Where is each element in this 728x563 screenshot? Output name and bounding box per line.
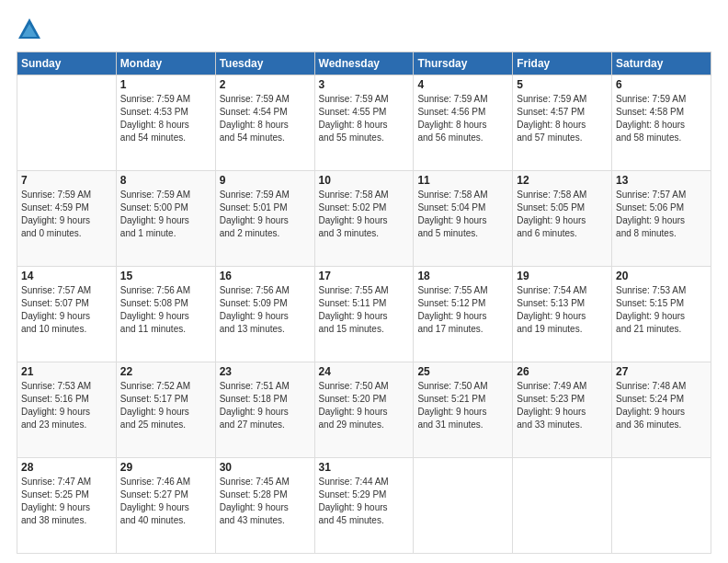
day-info: Sunrise: 7:55 AM Sunset: 5:11 PM Dayligh… (319, 284, 410, 336)
day-info: Sunrise: 7:59 AM Sunset: 4:59 PM Dayligh… (21, 189, 112, 240)
day-number: 19 (517, 270, 608, 282)
day-header-sunday: Sunday (17, 52, 117, 75)
day-number: 10 (319, 174, 410, 187)
day-info: Sunrise: 7:58 AM Sunset: 5:05 PM Dayligh… (517, 189, 608, 240)
day-number: 11 (417, 174, 508, 187)
day-number: 9 (220, 174, 311, 187)
calendar-week-2: 14Sunrise: 7:57 AM Sunset: 5:07 PM Dayli… (17, 267, 711, 362)
day-info: Sunrise: 7:47 AM Sunset: 5:25 PM Dayligh… (21, 476, 112, 527)
day-number: 12 (517, 174, 608, 187)
calendar-cell: 6Sunrise: 7:59 AM Sunset: 4:58 PM Daylig… (612, 75, 711, 171)
day-header-tuesday: Tuesday (215, 52, 314, 75)
calendar-cell: 15Sunrise: 7:56 AM Sunset: 5:08 PM Dayli… (116, 267, 215, 362)
day-number: 31 (319, 461, 410, 474)
day-header-thursday: Thursday (414, 52, 513, 75)
logo-icon (17, 17, 42, 42)
day-number: 8 (120, 174, 211, 187)
day-info: Sunrise: 7:49 AM Sunset: 5:23 PM Dayligh… (517, 380, 608, 431)
calendar-cell: 9Sunrise: 7:59 AM Sunset: 5:01 PM Daylig… (215, 171, 314, 267)
page: SundayMondayTuesdayWednesdayThursdayFrid… (0, 0, 728, 563)
day-info: Sunrise: 7:59 AM Sunset: 5:01 PM Dayligh… (220, 189, 311, 240)
day-info: Sunrise: 7:57 AM Sunset: 5:06 PM Dayligh… (616, 189, 707, 240)
day-number: 15 (120, 270, 211, 282)
day-info: Sunrise: 7:59 AM Sunset: 5:00 PM Dayligh… (120, 189, 211, 240)
day-number: 21 (21, 365, 112, 378)
calendar-cell: 20Sunrise: 7:53 AM Sunset: 5:15 PM Dayli… (612, 267, 711, 362)
calendar-cell (414, 458, 513, 554)
calendar-cell: 1Sunrise: 7:59 AM Sunset: 4:53 PM Daylig… (116, 75, 215, 171)
day-info: Sunrise: 7:59 AM Sunset: 4:55 PM Dayligh… (319, 93, 410, 144)
calendar-cell: 16Sunrise: 7:56 AM Sunset: 5:09 PM Dayli… (215, 267, 314, 362)
day-info: Sunrise: 7:44 AM Sunset: 5:29 PM Dayligh… (319, 476, 410, 527)
calendar-cell: 18Sunrise: 7:55 AM Sunset: 5:12 PM Dayli… (414, 267, 513, 362)
day-number: 2 (220, 78, 311, 91)
calendar-cell: 5Sunrise: 7:59 AM Sunset: 4:57 PM Daylig… (513, 75, 612, 171)
day-header-friday: Friday (513, 52, 612, 75)
day-number: 27 (616, 365, 707, 378)
calendar-cell: 21Sunrise: 7:53 AM Sunset: 5:16 PM Dayli… (17, 362, 117, 458)
calendar-body: 1Sunrise: 7:59 AM Sunset: 4:53 PM Daylig… (17, 75, 711, 554)
day-info: Sunrise: 7:53 AM Sunset: 5:15 PM Dayligh… (616, 284, 707, 336)
day-number: 30 (220, 461, 311, 474)
calendar-cell: 29Sunrise: 7:46 AM Sunset: 5:27 PM Dayli… (116, 458, 215, 554)
calendar-cell: 23Sunrise: 7:51 AM Sunset: 5:18 PM Dayli… (215, 362, 314, 458)
calendar-cell: 4Sunrise: 7:59 AM Sunset: 4:56 PM Daylig… (414, 75, 513, 171)
day-header-wednesday: Wednesday (314, 52, 414, 75)
calendar-cell: 12Sunrise: 7:58 AM Sunset: 5:05 PM Dayli… (513, 171, 612, 267)
calendar-cell (513, 458, 612, 554)
day-number: 7 (21, 174, 112, 187)
day-number: 25 (417, 365, 508, 378)
day-info: Sunrise: 7:59 AM Sunset: 4:56 PM Dayligh… (417, 93, 508, 144)
day-info: Sunrise: 7:50 AM Sunset: 5:21 PM Dayligh… (417, 380, 508, 431)
day-number: 13 (616, 174, 707, 187)
day-info: Sunrise: 7:56 AM Sunset: 5:09 PM Dayligh… (220, 284, 311, 336)
day-info: Sunrise: 7:55 AM Sunset: 5:12 PM Dayligh… (417, 284, 508, 336)
day-info: Sunrise: 7:52 AM Sunset: 5:17 PM Dayligh… (120, 380, 211, 431)
calendar-cell: 14Sunrise: 7:57 AM Sunset: 5:07 PM Dayli… (17, 267, 117, 362)
calendar-cell: 24Sunrise: 7:50 AM Sunset: 5:20 PM Dayli… (314, 362, 414, 458)
calendar-week-0: 1Sunrise: 7:59 AM Sunset: 4:53 PM Daylig… (17, 75, 711, 171)
calendar-week-1: 7Sunrise: 7:59 AM Sunset: 4:59 PM Daylig… (17, 171, 711, 267)
day-info: Sunrise: 7:56 AM Sunset: 5:08 PM Dayligh… (120, 284, 211, 336)
day-info: Sunrise: 7:57 AM Sunset: 5:07 PM Dayligh… (21, 284, 112, 336)
day-number: 22 (120, 365, 211, 378)
day-number: 23 (220, 365, 311, 378)
header-row: SundayMondayTuesdayWednesdayThursdayFrid… (17, 52, 711, 75)
calendar-cell: 3Sunrise: 7:59 AM Sunset: 4:55 PM Daylig… (314, 75, 414, 171)
calendar-cell: 30Sunrise: 7:45 AM Sunset: 5:28 PM Dayli… (215, 458, 314, 554)
calendar-week-4: 28Sunrise: 7:47 AM Sunset: 5:25 PM Dayli… (17, 458, 711, 554)
calendar-cell: 19Sunrise: 7:54 AM Sunset: 5:13 PM Dayli… (513, 267, 612, 362)
calendar-cell: 11Sunrise: 7:58 AM Sunset: 5:04 PM Dayli… (414, 171, 513, 267)
day-number: 6 (616, 78, 707, 91)
day-number: 20 (616, 270, 707, 282)
calendar-cell: 27Sunrise: 7:48 AM Sunset: 5:24 PM Dayli… (612, 362, 711, 458)
calendar-cell: 28Sunrise: 7:47 AM Sunset: 5:25 PM Dayli… (17, 458, 117, 554)
day-info: Sunrise: 7:54 AM Sunset: 5:13 PM Dayligh… (517, 284, 608, 336)
day-info: Sunrise: 7:59 AM Sunset: 4:54 PM Dayligh… (220, 93, 311, 144)
calendar-cell (612, 458, 711, 554)
day-info: Sunrise: 7:58 AM Sunset: 5:04 PM Dayligh… (417, 189, 508, 240)
day-number: 14 (21, 270, 112, 282)
calendar-cell: 17Sunrise: 7:55 AM Sunset: 5:11 PM Dayli… (314, 267, 414, 362)
day-info: Sunrise: 7:51 AM Sunset: 5:18 PM Dayligh… (220, 380, 311, 431)
calendar-week-3: 21Sunrise: 7:53 AM Sunset: 5:16 PM Dayli… (17, 362, 711, 458)
calendar-cell: 7Sunrise: 7:59 AM Sunset: 4:59 PM Daylig… (17, 171, 117, 267)
day-number: 1 (120, 78, 211, 91)
day-number: 5 (517, 78, 608, 91)
day-number: 29 (120, 461, 211, 474)
calendar-cell: 31Sunrise: 7:44 AM Sunset: 5:29 PM Dayli… (314, 458, 414, 554)
calendar-header: SundayMondayTuesdayWednesdayThursdayFrid… (17, 52, 711, 75)
day-number: 17 (319, 270, 410, 282)
calendar-cell: 8Sunrise: 7:59 AM Sunset: 5:00 PM Daylig… (116, 171, 215, 267)
day-info: Sunrise: 7:59 AM Sunset: 4:58 PM Dayligh… (616, 93, 707, 144)
calendar-cell: 2Sunrise: 7:59 AM Sunset: 4:54 PM Daylig… (215, 75, 314, 171)
day-number: 4 (417, 78, 508, 91)
calendar-cell: 13Sunrise: 7:57 AM Sunset: 5:06 PM Dayli… (612, 171, 711, 267)
calendar-cell: 22Sunrise: 7:52 AM Sunset: 5:17 PM Dayli… (116, 362, 215, 458)
day-header-monday: Monday (116, 52, 215, 75)
day-header-saturday: Saturday (612, 52, 711, 75)
calendar-table: SundayMondayTuesdayWednesdayThursdayFrid… (17, 52, 711, 554)
day-info: Sunrise: 7:59 AM Sunset: 4:53 PM Dayligh… (120, 93, 211, 144)
day-info: Sunrise: 7:48 AM Sunset: 5:24 PM Dayligh… (616, 380, 707, 431)
calendar-cell: 25Sunrise: 7:50 AM Sunset: 5:21 PM Dayli… (414, 362, 513, 458)
